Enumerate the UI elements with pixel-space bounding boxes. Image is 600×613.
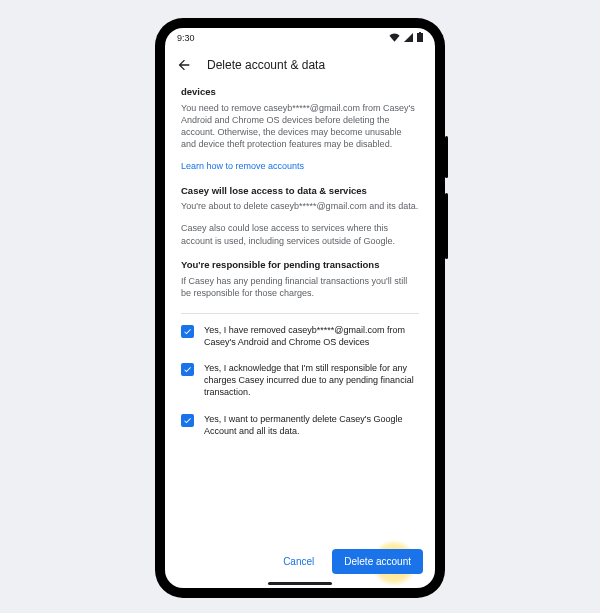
checkbox-label: Yes, I acknowledge that I'm still respon… xyxy=(204,362,419,398)
confirm-row: Yes, I want to permanently delete Casey'… xyxy=(181,413,419,437)
learn-remove-accounts-link[interactable]: Learn how to remove accounts xyxy=(181,160,419,172)
checkbox-label: Yes, I have removed caseyb*****@gmail.co… xyxy=(204,324,419,348)
wifi-icon xyxy=(389,33,400,44)
confirm-row: Yes, I acknowledge that I'm still respon… xyxy=(181,362,419,398)
home-indicator[interactable] xyxy=(268,582,332,585)
status-time: 9:30 xyxy=(177,33,195,43)
divider xyxy=(181,313,419,314)
section-heading-pending: You're responsible for pending transacti… xyxy=(181,259,419,272)
check-icon xyxy=(183,416,192,425)
app-bar: Delete account & data xyxy=(165,48,435,82)
back-button[interactable] xyxy=(175,56,193,74)
checkbox-removed-devices[interactable] xyxy=(181,325,194,338)
section-body-pending: If Casey has any pending financial trans… xyxy=(181,275,419,299)
arrow-left-icon xyxy=(176,57,192,73)
content-scroll[interactable]: devices You need to remove caseyb*****@g… xyxy=(165,82,435,543)
section-heading-devices: devices xyxy=(181,86,419,99)
screen: 9:30 Delete account & data devices Y xyxy=(165,28,435,588)
checkbox-permanent-delete[interactable] xyxy=(181,414,194,427)
status-bar: 9:30 xyxy=(165,28,435,48)
confirm-row: Yes, I have removed caseyb*****@gmail.co… xyxy=(181,324,419,348)
phone-side-button xyxy=(445,136,448,178)
svg-rect-1 xyxy=(419,32,421,33)
signal-icon xyxy=(404,33,413,44)
cancel-button[interactable]: Cancel xyxy=(275,550,322,573)
battery-icon xyxy=(417,32,423,44)
section-body-lose-access-2: Casey also could lose access to services… xyxy=(181,222,419,246)
section-body-lose-access-1: You're about to delete caseyb*****@gmail… xyxy=(181,200,419,212)
check-icon xyxy=(183,327,192,336)
checkbox-acknowledge-charges[interactable] xyxy=(181,363,194,376)
page-title: Delete account & data xyxy=(207,58,325,72)
section-body-devices: You need to remove caseyb*****@gmail.com… xyxy=(181,102,419,151)
svg-rect-0 xyxy=(417,33,423,42)
phone-side-button xyxy=(445,193,448,259)
section-heading-lose-access: Casey will lose access to data & service… xyxy=(181,185,419,198)
checkbox-label: Yes, I want to permanently delete Casey'… xyxy=(204,413,419,437)
check-icon xyxy=(183,365,192,374)
status-icons xyxy=(389,32,423,44)
phone-frame: 9:30 Delete account & data devices Y xyxy=(155,18,445,598)
delete-account-button[interactable]: Delete account xyxy=(332,549,423,574)
